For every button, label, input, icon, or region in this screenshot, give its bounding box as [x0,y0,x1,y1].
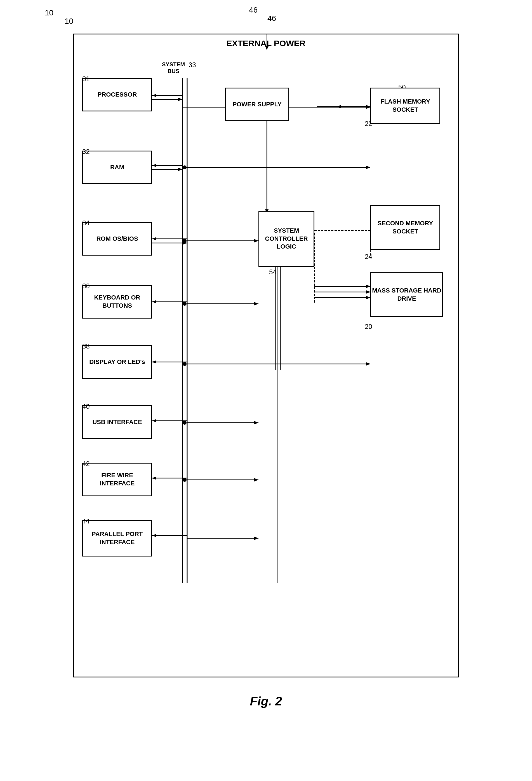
system-bus-label: SYSTEMBUS [162,61,185,75]
svg-marker-33 [152,477,157,480]
svg-point-34 [183,478,186,482]
svg-marker-60 [254,537,259,540]
svg-point-25 [183,302,186,306]
ref-46: 46 [249,6,258,14]
svg-marker-12 [178,168,182,171]
svg-point-28 [183,362,186,366]
ref-38: 38 [82,342,90,350]
external-power-label: EXTERNAL POWER [74,39,458,48]
ref-44: 44 [82,517,90,525]
svg-marker-8 [178,98,182,101]
ref-10: 10 [45,8,53,17]
ref-20: 20 [365,323,372,331]
ref-31: 31 [82,75,90,83]
page-container: 10 46 [0,0,532,781]
second-memory-socket-box: SECOND MEMORY SOCKET [370,205,440,250]
svg-marker-17 [366,166,370,169]
system-controller-logic-box: SYSTEM CONTROLLER LOGIC [259,211,314,267]
svg-marker-54 [366,362,370,366]
flash-memory-socket-box: FLASH MEMORY SOCKET [370,88,440,124]
svg-marker-19 [152,237,157,241]
display-leds-box: DISPLAY OR LED's [82,345,152,379]
usb-interface-box: USB INTERFACE [82,405,152,439]
figure-caption: Fig. 2 [250,694,282,708]
ref-54: 54 [269,268,277,276]
ref-46-outside: 46 [267,14,276,23]
svg-marker-6 [152,94,157,97]
svg-marker-52 [254,302,259,305]
ref-36: 36 [82,282,90,290]
ref-42: 42 [82,460,90,468]
keyboard-buttons-box: KEYBOARD OR BUTTONS [82,285,152,319]
svg-marker-27 [152,360,157,364]
svg-point-22 [183,239,186,243]
svg-marker-10 [152,164,157,167]
fire-wire-interface-box: FIRE WIRE INTERFACE [82,463,152,496]
svg-marker-67 [337,105,341,108]
ram-box: RAM [82,151,152,184]
svg-marker-56 [254,421,259,424]
svg-marker-58 [254,478,259,482]
ref-10-outside: 10 [64,17,73,26]
processor-box: PROCESSOR [82,78,152,112]
svg-marker-36 [152,534,157,537]
ref-32: 32 [82,148,90,156]
parallel-port-box: PARALLEL PORT INTERFACE [82,520,152,557]
mass-storage-box: MASS STORAGE HARD DRIVE [370,272,443,317]
svg-marker-30 [152,419,157,422]
rom-osbios-box: ROM OS/BIOS [82,222,152,256]
ref-33: 33 [188,61,196,69]
svg-marker-48 [366,290,370,294]
svg-marker-38 [254,239,259,242]
svg-point-31 [183,421,186,425]
power-supply-box: POWER SUPPLY [225,88,289,121]
ref-34: 34 [82,219,90,227]
svg-marker-46 [366,285,370,288]
ref-24: 24 [365,253,372,260]
ref-40: 40 [82,403,90,410]
svg-marker-50 [366,296,370,299]
svg-marker-24 [152,300,157,303]
